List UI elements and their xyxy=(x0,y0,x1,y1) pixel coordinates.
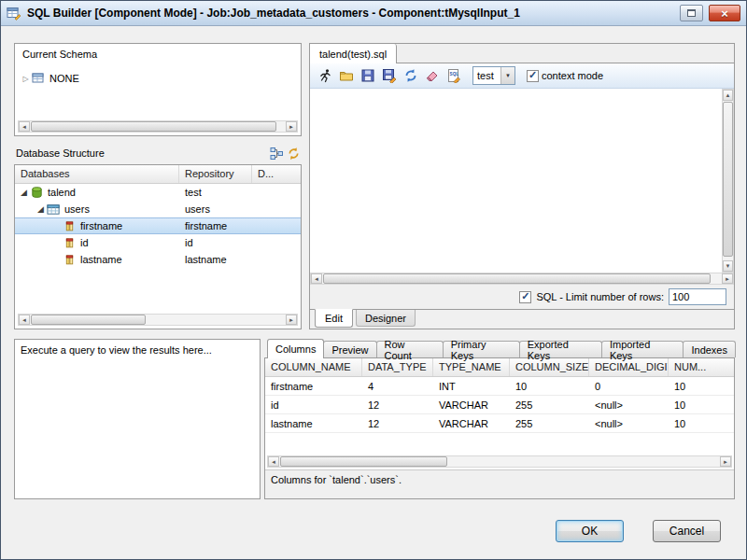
expand-expanded-icon[interactable]: ◢ xyxy=(35,204,46,214)
context-combo-value: test xyxy=(473,70,500,81)
column-icon xyxy=(62,235,77,250)
scrollbar-thumb[interactable] xyxy=(31,121,276,132)
execute-sql-button[interactable] xyxy=(316,66,334,85)
tab-label: Imported Keys xyxy=(610,339,676,361)
sql-editor-area[interactable] xyxy=(310,89,722,273)
maximize-button[interactable] xyxy=(680,5,703,21)
refresh-editor-button[interactable] xyxy=(402,66,420,85)
context-combo[interactable]: test ▼ xyxy=(472,66,515,85)
ok-button[interactable]: OK xyxy=(556,520,624,542)
close-button[interactable]: × xyxy=(709,5,740,21)
check-icon: ✓ xyxy=(529,70,537,80)
header-column-name[interactable]: COLUMN_NAME xyxy=(265,358,362,376)
scroll-left-button[interactable]: ◄ xyxy=(19,121,30,132)
scroll-right-icon: ► xyxy=(289,124,294,130)
tab-sql-file[interactable]: talend(test).sql xyxy=(310,44,397,63)
expand-collapsed-icon[interactable]: ▷ xyxy=(21,75,31,83)
header-type-name[interactable]: TYPE_NAME xyxy=(433,358,510,376)
cell: 4 xyxy=(362,381,433,392)
editor-hscrollbar[interactable]: ◄ ► xyxy=(310,273,734,285)
tab-label: Exported Keys xyxy=(528,339,594,361)
cell: 12 xyxy=(362,399,433,411)
scroll-right-icon: ► xyxy=(289,317,294,323)
current-schema-root-row[interactable]: ▷ NONE xyxy=(21,70,295,87)
cell: 255 xyxy=(510,399,589,411)
cell: 255 xyxy=(510,418,589,429)
tree-row-firstname[interactable]: firstname firstname xyxy=(15,217,301,234)
editor-vscrollbar[interactable]: ▲ ▼ xyxy=(722,89,734,273)
tab-preview[interactable]: Preview xyxy=(323,341,376,357)
cell: INT xyxy=(433,381,510,392)
save-as-icon xyxy=(382,68,397,83)
tab-primary-keys[interactable]: Primary Keys xyxy=(443,341,520,357)
cancel-button[interactable]: Cancel xyxy=(653,520,721,542)
titlebar[interactable]: SQL Builder [Component Mode] - Job:Job_m… xyxy=(1,1,746,26)
table-row[interactable]: firstname 4 INT 10 0 10 xyxy=(265,377,734,396)
current-schema-hscrollbar[interactable]: ◄ ► xyxy=(18,120,298,133)
scroll-right-icon: ► xyxy=(723,459,728,465)
header-databases[interactable]: Databases xyxy=(15,165,179,183)
collapse-all-button[interactable] xyxy=(268,145,285,161)
generate-sql-button[interactable]: SQL xyxy=(444,66,463,85)
scrollbar-thumb[interactable] xyxy=(723,102,733,257)
tab-exported-keys[interactable]: Exported Keys xyxy=(519,341,602,357)
scroll-left-button[interactable]: ◄ xyxy=(19,315,30,325)
header-db[interactable]: D... xyxy=(252,165,301,183)
combo-dropdown-button[interactable]: ▼ xyxy=(500,67,514,84)
header-repository[interactable]: Repository xyxy=(179,165,252,183)
tab-label: Row Count xyxy=(385,339,435,361)
save-as-button[interactable] xyxy=(380,66,399,85)
scroll-left-icon: ◄ xyxy=(21,124,27,130)
scrollbar-thumb[interactable] xyxy=(31,315,146,325)
table-row[interactable]: id 12 VARCHAR 255 <null> 10 xyxy=(265,396,734,414)
refresh-structure-button[interactable] xyxy=(285,145,302,161)
cell: 10 xyxy=(669,399,734,411)
tab-designer[interactable]: Designer xyxy=(356,310,416,327)
header-column-size[interactable]: COLUMN_SIZE xyxy=(510,358,589,376)
clear-editor-button[interactable] xyxy=(423,66,442,85)
tree-row-talend[interactable]: ◢ talend test xyxy=(15,184,301,201)
scrollbar-thumb[interactable] xyxy=(280,456,447,467)
details-tab-folder: Columns Preview Row Count Primary Keys E… xyxy=(264,339,735,499)
expand-expanded-icon[interactable]: ◢ xyxy=(19,188,29,197)
scrollbar-track xyxy=(279,456,720,467)
scrollbar-thumb[interactable] xyxy=(323,273,711,284)
cell: lastname xyxy=(265,418,362,429)
scroll-left-button[interactable]: ◄ xyxy=(268,456,279,467)
tree-row-lastname[interactable]: lastname lastname xyxy=(15,251,301,268)
tab-row-count[interactable]: Row Count xyxy=(376,341,444,357)
database-structure-header: Database Structure xyxy=(14,144,302,162)
sql-limit-checkbox[interactable]: ✓ xyxy=(519,291,531,303)
repo-value: id xyxy=(185,237,193,248)
header-num[interactable]: NUM... xyxy=(669,358,734,376)
header-decimal-digits[interactable]: DECIMAL_DIGITS xyxy=(589,358,669,376)
scroll-left-icon: ◄ xyxy=(314,276,319,282)
context-mode-label: context mode xyxy=(542,70,603,81)
scroll-right-button[interactable]: ► xyxy=(286,315,297,325)
open-file-button[interactable] xyxy=(337,66,356,85)
columns-table-hscrollbar[interactable]: ◄ ► xyxy=(267,455,732,468)
row-limit-input[interactable] xyxy=(669,288,726,305)
tab-columns[interactable]: Columns xyxy=(267,339,324,358)
scroll-right-button[interactable]: ► xyxy=(286,121,297,132)
scroll-right-button[interactable]: ► xyxy=(720,456,731,467)
tab-imported-keys[interactable]: Imported Keys xyxy=(601,341,684,357)
details-status-text: Columns for `talend`.`users`. xyxy=(271,474,402,485)
save-button[interactable] xyxy=(359,66,377,85)
tree-row-id[interactable]: id id xyxy=(15,234,301,251)
tab-edit[interactable]: Edit xyxy=(315,309,353,328)
tab-indexes[interactable]: Indexes xyxy=(683,341,736,357)
scroll-right-button[interactable]: ► xyxy=(722,273,733,284)
collapse-all-icon xyxy=(270,147,284,161)
close-icon: × xyxy=(721,7,728,20)
tree-row-users[interactable]: ◢ users users xyxy=(15,201,301,217)
scroll-up-button[interactable]: ▲ xyxy=(723,90,733,101)
save-icon xyxy=(360,68,375,83)
database-structure-hscrollbar[interactable]: ◄ ► xyxy=(18,314,298,326)
window-title: SQL Builder [Component Mode] - Job:Job_m… xyxy=(27,7,674,20)
scroll-left-button[interactable]: ◄ xyxy=(311,273,322,284)
table-row[interactable]: lastname 12 VARCHAR 255 <null> 10 xyxy=(265,414,734,433)
header-data-type[interactable]: DATA_TYPE xyxy=(362,358,433,376)
scroll-down-button[interactable]: ▼ xyxy=(723,260,733,272)
context-mode-checkbox[interactable]: ✓ xyxy=(527,70,539,82)
